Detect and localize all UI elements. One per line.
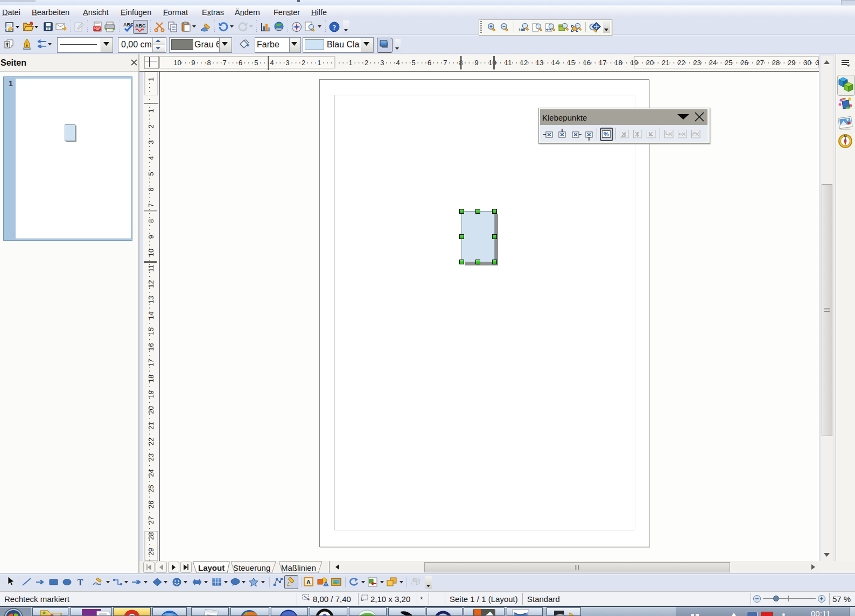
svg-text:30: 30 (803, 59, 811, 67)
svg-text:T: T (78, 578, 83, 587)
svg-text:26: 26 (740, 59, 748, 67)
svg-text:23: 23 (693, 59, 701, 67)
svg-text:5: 5 (254, 59, 258, 67)
svg-text:16: 16 (147, 343, 155, 351)
svg-text:10: 10 (488, 59, 496, 67)
svg-text:N: N (84, 612, 94, 616)
svg-text:19: 19 (630, 59, 638, 67)
svg-text:5: 5 (412, 59, 416, 67)
svg-text:6: 6 (239, 59, 242, 67)
svg-text:6: 6 (147, 187, 155, 191)
svg-text:21: 21 (147, 422, 155, 430)
svg-text:27: 27 (147, 516, 155, 524)
svg-text:14: 14 (551, 59, 559, 67)
svg-text:9: 9 (475, 59, 479, 67)
svg-text:22: 22 (677, 59, 685, 67)
svg-text:10: 10 (173, 59, 181, 67)
svg-text:28: 28 (147, 532, 155, 540)
svg-text:15: 15 (147, 327, 155, 335)
svg-text:1: 1 (349, 59, 353, 67)
svg-text:12: 12 (147, 280, 155, 288)
svg-text:8: 8 (207, 59, 211, 67)
svg-text:25: 25 (147, 485, 155, 493)
svg-text:11: 11 (504, 59, 512, 67)
svg-text:9: 9 (191, 59, 195, 67)
svg-text:6: 6 (428, 59, 431, 67)
svg-text:N: N (844, 134, 846, 138)
svg-text:15: 15 (567, 59, 575, 67)
svg-text:2: 2 (147, 124, 155, 128)
svg-text:17: 17 (147, 359, 155, 367)
svg-text:18: 18 (147, 375, 155, 382)
svg-text:18: 18 (614, 59, 622, 67)
svg-text:?: ? (333, 23, 337, 31)
svg-text:3: 3 (380, 59, 384, 67)
svg-text:3: 3 (816, 59, 819, 67)
svg-text:24: 24 (709, 59, 717, 67)
svg-text:13: 13 (536, 59, 543, 67)
svg-text:20: 20 (646, 59, 654, 67)
svg-text:9: 9 (147, 235, 155, 239)
svg-text:3: 3 (147, 141, 155, 144)
svg-text:4: 4 (270, 59, 274, 67)
svg-text:4: 4 (147, 156, 155, 160)
svg-text:13: 13 (147, 296, 155, 304)
svg-text:%: % (604, 131, 609, 137)
svg-text:1: 1 (317, 59, 321, 67)
svg-text:22: 22 (147, 438, 155, 445)
svg-text:24: 24 (147, 469, 155, 477)
svg-text:16: 16 (583, 59, 591, 67)
svg-text:2: 2 (365, 59, 368, 67)
svg-text:1: 1 (147, 78, 155, 81)
svg-text:21: 21 (662, 59, 669, 67)
svg-text:A: A (306, 579, 311, 585)
svg-text:7: 7 (443, 59, 447, 67)
svg-text:27: 27 (756, 59, 764, 67)
svg-text:25: 25 (725, 59, 732, 67)
svg-text:29: 29 (147, 548, 155, 556)
svg-text:20: 20 (147, 406, 155, 414)
svg-text:11: 11 (147, 264, 155, 272)
svg-text:ABC: ABC (135, 23, 146, 29)
svg-text:5: 5 (147, 172, 155, 176)
svg-text:12: 12 (520, 59, 528, 67)
svg-text:19: 19 (147, 390, 155, 398)
svg-text:3: 3 (286, 59, 290, 67)
svg-text:10: 10 (147, 249, 155, 256)
svg-text:7: 7 (223, 59, 227, 67)
svg-text:14: 14 (147, 312, 155, 319)
svg-text:1: 1 (147, 109, 155, 113)
svg-text:26: 26 (147, 501, 155, 508)
svg-text:29: 29 (788, 59, 795, 67)
svg-text:2: 2 (302, 59, 305, 67)
svg-text:PDF: PDF (94, 27, 101, 31)
svg-text:7: 7 (147, 204, 155, 207)
svg-text:8: 8 (147, 219, 155, 223)
svg-text:4: 4 (396, 59, 400, 67)
svg-text:23: 23 (147, 453, 155, 461)
svg-text:17: 17 (599, 59, 606, 67)
svg-text:28: 28 (772, 59, 780, 67)
